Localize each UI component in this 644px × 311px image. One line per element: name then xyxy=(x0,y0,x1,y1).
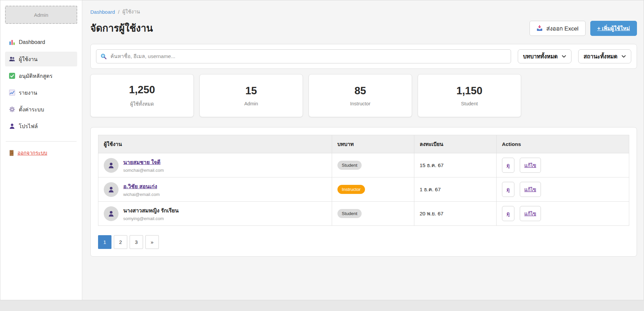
sidebar-item-dashboard[interactable]: Dashboard xyxy=(5,35,77,50)
view-button[interactable]: ดู xyxy=(502,158,514,173)
edit-button[interactable]: แก้ไข xyxy=(520,158,541,173)
role-badge: Student xyxy=(337,161,362,170)
registered-date: 1 ธ.ค. 67 xyxy=(420,187,441,192)
edit-button[interactable]: แก้ไข xyxy=(520,206,541,221)
role-badge: Instructor xyxy=(337,185,365,194)
sidebar-item-users[interactable]: ผู้ใช้งาน xyxy=(5,52,77,66)
status-filter-select[interactable]: สถานะทั้งหมด xyxy=(578,49,631,63)
logout-link[interactable]: ออกจากระบบ xyxy=(9,149,73,157)
chart-up-icon xyxy=(9,90,15,96)
person-silhouette-icon xyxy=(107,186,115,193)
user-email: somying@email.com xyxy=(123,216,179,221)
breadcrumb-current: ผู้ใช้งาน xyxy=(123,8,140,16)
pagination: 1 2 3 » xyxy=(98,235,629,249)
stat-label: Student xyxy=(461,101,478,106)
role-filter-select[interactable]: บทบาททั้งหมด xyxy=(518,49,571,63)
column-header-actions: Actions xyxy=(496,135,629,153)
chevron-down-icon xyxy=(562,55,566,58)
role-filter-value: บทบาททั้งหมด xyxy=(523,52,558,61)
table-row: นางสาวสมหญิง รักเรียน somying@email.com … xyxy=(98,202,629,226)
user-email: wichai@email.com xyxy=(123,192,160,197)
view-button[interactable]: ดู xyxy=(502,182,514,197)
status-filter-value: สถานะทั้งหมด xyxy=(584,52,617,61)
user-name-link[interactable]: อ.วิชัย สอนเก่ง xyxy=(123,182,160,191)
stat-value: 85 xyxy=(355,85,366,97)
view-button[interactable]: ดู xyxy=(502,206,514,221)
user-name: นางสาวสมหญิง รักเรียน xyxy=(123,206,179,215)
sidebar-item-label: รายงาน xyxy=(19,89,37,97)
person-silhouette-icon xyxy=(107,210,115,217)
table-row: อ.วิชัย สอนเก่ง wichai@email.com Instruc… xyxy=(98,177,629,202)
app-window: Admin Dashboard xyxy=(0,0,644,300)
sidebar-item-profile[interactable]: โปรไฟล์ xyxy=(5,119,77,134)
users-table: ผู้ใช้งาน บทบาท ลงทะเบียน Actions xyxy=(98,135,629,226)
user-identity: นายสมชาย ใจดี somchai@email.com xyxy=(123,158,164,173)
sidebar-item-label: อนุมัติหลักสูตร xyxy=(19,72,52,80)
table-row: นายสมชาย ใจดี somchai@email.com Student … xyxy=(98,153,629,177)
user-cell: นางสาวสมหญิง รักเรียน somying@email.com xyxy=(104,206,326,221)
export-excel-label: ส่งออก Excel xyxy=(546,24,579,33)
search-field-wrapper xyxy=(96,49,511,63)
pagination-page-button[interactable]: 1 xyxy=(98,235,111,249)
page-header: จัดการผู้ใช้งาน ส่งออก Excel + เพิ่มผู้ใ… xyxy=(90,20,637,36)
pagination-next-button[interactable]: » xyxy=(145,235,159,249)
breadcrumb: Dashboard / ผู้ใช้งาน xyxy=(90,8,637,16)
column-header-user: ผู้ใช้งาน xyxy=(98,135,332,153)
stat-card-admin: 15 Admin xyxy=(199,74,303,117)
filter-toolbar: บทบาททั้งหมด สถานะทั้งหมด xyxy=(90,44,637,69)
stat-card-student: 1,150 Student xyxy=(418,74,521,117)
table-header-row: ผู้ใช้งาน บทบาท ลงทะเบียน Actions xyxy=(98,135,629,153)
stat-card-total-users: 1,250 ผู้ใช้ทั้งหมด xyxy=(90,74,194,117)
sidebar-item-settings[interactable]: ตั้งค่าระบบ xyxy=(5,102,77,117)
stat-value: 1,150 xyxy=(456,85,482,97)
sidebar: Admin Dashboard xyxy=(0,0,82,300)
breadcrumb-separator: / xyxy=(118,9,119,15)
users-table-card: ผู้ใช้งาน บทบาท ลงทะเบียน Actions xyxy=(90,127,637,257)
column-header-role: บทบาท xyxy=(332,135,414,153)
download-tray-icon xyxy=(537,25,543,31)
stat-value: 15 xyxy=(245,85,257,97)
user-cell: นายสมชาย ใจดี somchai@email.com xyxy=(104,158,326,173)
search-input[interactable] xyxy=(96,49,511,63)
person-silhouette-icon xyxy=(107,162,115,169)
admin-brand-label: Admin xyxy=(34,12,48,18)
user-email: somchai@email.com xyxy=(123,168,164,173)
export-excel-button[interactable]: ส่งออก Excel xyxy=(530,21,586,36)
column-header-registered: ลงทะเบียน xyxy=(414,135,496,153)
stat-card-instructor: 85 Instructor xyxy=(309,74,412,117)
sidebar-item-reports[interactable]: รายงาน xyxy=(5,85,77,100)
logout-label: ออกจากระบบ xyxy=(17,149,47,157)
avatar xyxy=(104,206,119,221)
sidebar-item-course-approval[interactable]: อนุมัติหลักสูตร xyxy=(5,68,77,83)
sidebar-item-label: โปรไฟล์ xyxy=(19,122,38,131)
pagination-page-button[interactable]: 3 xyxy=(130,235,143,249)
person-icon xyxy=(9,123,15,129)
sidebar-nav: Dashboard ผู้ใช้งาน xyxy=(5,34,77,135)
add-user-button[interactable]: + เพิ่มผู้ใช้ใหม่ xyxy=(590,21,637,36)
stat-label: Instructor xyxy=(350,101,370,106)
gear-icon xyxy=(9,106,15,112)
registered-date: 15 ธ.ค. 67 xyxy=(420,162,444,168)
admin-brand-box: Admin xyxy=(5,6,77,24)
main-content: Dashboard / ผู้ใช้งาน จัดการผู้ใช้งาน ส่… xyxy=(82,0,644,300)
sidebar-item-label: Dashboard xyxy=(19,39,45,45)
user-name-link[interactable]: นายสมชาย ใจดี xyxy=(123,158,164,166)
stat-label: ผู้ใช้ทั้งหมด xyxy=(130,100,154,108)
pagination-page-button[interactable]: 2 xyxy=(114,235,127,249)
door-icon xyxy=(9,150,14,156)
bar-chart-icon xyxy=(9,39,15,45)
search-icon xyxy=(100,53,107,60)
user-identity: นางสาวสมหญิง รักเรียน somying@email.com xyxy=(123,206,179,221)
sidebar-divider xyxy=(6,141,77,142)
breadcrumb-dashboard-link[interactable]: Dashboard xyxy=(90,9,115,15)
chevron-down-icon xyxy=(622,55,626,58)
avatar xyxy=(104,158,119,173)
stat-value: 1,250 xyxy=(129,84,155,96)
user-cell: อ.วิชัย สอนเก่ง wichai@email.com xyxy=(104,182,326,197)
sidebar-item-label: ตั้งค่าระบบ xyxy=(19,105,44,114)
role-badge: Student xyxy=(337,209,362,218)
avatar xyxy=(104,182,119,197)
edit-button[interactable]: แก้ไข xyxy=(520,182,541,197)
stats-row: 1,250 ผู้ใช้ทั้งหมด 15 Admin 85 Instruct… xyxy=(90,74,637,117)
page-title: จัดการผู้ใช้งาน xyxy=(90,20,153,36)
